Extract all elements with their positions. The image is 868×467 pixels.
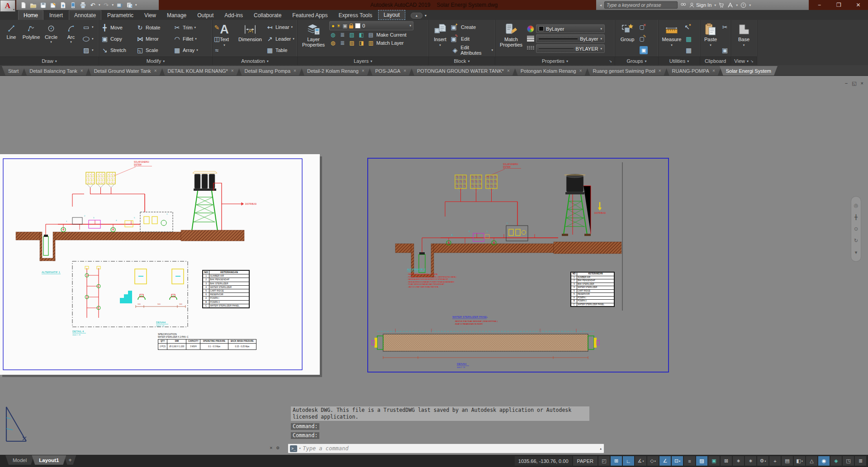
copy-tool[interactable]: ▣Copy (101, 33, 136, 44)
file-tab[interactable]: Detail Balancing Tank× (23, 66, 89, 75)
right-drawing-canvas[interactable]: SOLAR ENERGI SISTEM (368, 159, 668, 372)
object-snap-button[interactable]: ⊡▾ (672, 456, 683, 466)
signin-button[interactable]: Sign In (689, 2, 711, 8)
annotation-scale-button[interactable]: + (769, 456, 781, 466)
app-store-icon[interactable] (719, 2, 725, 8)
text-tool[interactable]: A Text ▾ (214, 21, 234, 56)
model-paper-toggle-button[interactable]: ◰ (598, 456, 610, 466)
ui-lock-dropdown-icon[interactable]: ▾ (802, 459, 803, 462)
help-icon[interactable]: ? (740, 2, 746, 8)
text-dropdown-icon[interactable]: ▾ (223, 42, 225, 48)
steering-wheel-icon[interactable]: ◎ (854, 203, 859, 208)
annotation-autoscale-button[interactable]: ∗ (745, 456, 756, 466)
undo-icon[interactable]: ↶ (89, 1, 97, 9)
orbit-icon[interactable]: ↻ (854, 238, 858, 243)
file-tab-close-icon[interactable]: × (294, 68, 296, 73)
trim-dropdown-icon[interactable]: ▾ (194, 26, 196, 29)
file-tab-close-icon[interactable]: × (362, 68, 365, 73)
file-tab[interactable]: Detail Ruang Pompa× (238, 66, 303, 75)
arc-tool[interactable]: Arc ▾ (62, 21, 81, 56)
annotation-visibility-button[interactable]: ∗ (733, 456, 744, 466)
table-tool[interactable]: ▦Table (266, 45, 295, 55)
group-edit-button[interactable]: ▢✎ (640, 34, 648, 44)
layer-unlock2-icon[interactable]: ◨ (358, 39, 365, 46)
new-file-icon[interactable] (19, 1, 27, 9)
layout-paper-left[interactable]: SOLAR ENERGI SISTEM (0, 154, 320, 375)
navbar-more-icon[interactable]: ▾ (855, 250, 858, 255)
open-file-icon[interactable] (29, 1, 37, 9)
move-tool[interactable]: ╋Move (101, 22, 136, 33)
draw-panel-title[interactable]: Draw▾ (0, 57, 99, 65)
layer-off-icon[interactable]: ▧ (348, 31, 356, 38)
cut-button[interactable]: ✂ (721, 22, 729, 32)
make-current-button[interactable]: ▤Make Current (367, 31, 407, 38)
3d-object-snap-button[interactable]: ⊠ (721, 456, 732, 466)
file-tab[interactable]: DETAIL KOLAM RENANG*× (161, 66, 240, 75)
object-snap-dropdown-icon[interactable]: ▾ (679, 459, 680, 462)
help-search-field[interactable] (604, 1, 678, 9)
transparency-button[interactable]: ▨ (696, 456, 707, 466)
linetype-dropdown-icon[interactable]: ▾ (600, 47, 602, 51)
array-dropdown-icon[interactable]: ▾ (196, 48, 198, 52)
ribbon-tab-featured-apps[interactable]: Featured Apps (287, 11, 332, 20)
ribbon-tab-add-ins[interactable]: Add-ins (219, 11, 248, 20)
command-input-bar[interactable]: >_ ▾ ▴ (288, 443, 604, 453)
ungroup-button[interactable]: ▢✕ (640, 22, 648, 32)
rectangle-dropdown-icon[interactable]: ▾ (92, 25, 94, 29)
clean-screen-button[interactable]: ◳ (843, 456, 854, 466)
minimize-button[interactable]: − (810, 0, 829, 10)
ribbon-tab-collaborate[interactable]: Collaborate (249, 11, 286, 20)
polar-tracking-button[interactable]: ∡▾ (635, 456, 646, 466)
layer-select-dropdown[interactable]: ● ☀ ▣ 0 ▾ (329, 21, 413, 30)
file-tab[interactable]: Detail Ground Water Tank× (88, 66, 163, 75)
osnap-tracking-button[interactable]: ∠ (659, 456, 671, 466)
fillet-tool[interactable]: ◠Fillet▾ (173, 33, 213, 44)
command-customize-icon[interactable]: ⚙ (276, 445, 280, 451)
qat-customize-icon[interactable]: ▾ (135, 3, 137, 7)
measure-dropdown-icon[interactable]: ▾ (671, 42, 673, 48)
new-layout-button[interactable]: + (64, 455, 76, 465)
ellipse-tool[interactable]: ◯▾ (82, 34, 94, 44)
polar-tracking-dropdown-icon[interactable]: ▾ (642, 459, 644, 462)
search-icon[interactable] (680, 2, 686, 8)
workspace-switching-button[interactable]: ⚙▾ (757, 456, 768, 466)
file-tab-close-icon[interactable]: × (81, 68, 83, 73)
file-tab-close-icon[interactable]: × (712, 68, 715, 73)
layer-properties-button[interactable]: Layer Properties (299, 21, 327, 56)
command-input[interactable] (303, 445, 598, 452)
insert-dropdown-icon[interactable]: ▾ (439, 42, 441, 48)
quick-select-button[interactable]: ↖✦ (685, 22, 693, 32)
save-icon[interactable] (39, 1, 47, 9)
paste-dropdown-icon[interactable]: ▾ (710, 42, 711, 48)
snap-mode-button[interactable]: ⊞ (611, 456, 622, 466)
group-button[interactable]: Group (617, 21, 638, 56)
annotation-monitor-button[interactable]: ▤ (782, 456, 793, 466)
ribbon-collapse-dropdown-icon[interactable]: ▾ (425, 14, 427, 18)
ortho-mode-button[interactable]: ∟ (623, 456, 634, 466)
redo-icon[interactable]: ↷ (102, 1, 110, 9)
file-tab[interactable]: POS-JAGA× (369, 66, 413, 75)
layers-panel-title[interactable]: Layers▾ (298, 57, 428, 65)
file-tab[interactable]: Detail-2 Kolam Renang× (301, 66, 371, 75)
file-tab-close-icon[interactable]: × (579, 68, 582, 73)
circle-tool[interactable]: Circle ▾ (42, 21, 61, 56)
modify-panel-title[interactable]: Modify▾ (99, 57, 212, 65)
file-tab-close-icon[interactable]: × (154, 68, 157, 73)
measure-button[interactable]: Measure ▾ (660, 21, 683, 56)
insert-block-button[interactable]: Insert ▾ (431, 21, 450, 56)
line-tool[interactable]: Line (2, 21, 21, 56)
rotate-tool[interactable]: ↻Rotate (136, 22, 173, 33)
lineweight-dropdown[interactable]: ByLayer ▾ (536, 34, 605, 43)
utilities-panel-title[interactable]: Utilities▾ (659, 57, 700, 65)
drawing-minimize-icon[interactable]: − (845, 80, 848, 86)
ribbon-tab-view[interactable]: View (139, 11, 161, 20)
stretch-tool[interactable]: ↘Stretch (101, 44, 136, 56)
application-menu-button[interactable]: A ▾ (0, 0, 15, 12)
edit-attributes-dropdown-icon[interactable]: ▾ (491, 48, 493, 52)
fillet-dropdown-icon[interactable]: ▾ (195, 37, 197, 41)
view-panel-title[interactable]: View▾↘ (731, 57, 757, 65)
create-block-button[interactable]: ▣✦Create (451, 22, 493, 32)
navigation-bar[interactable]: ◎ ╋ ⊙ ↻ ▾ (851, 196, 861, 262)
file-tab-close-icon[interactable]: × (507, 68, 510, 73)
workspace-switching-dropdown-icon[interactable]: ▾ (764, 459, 766, 462)
